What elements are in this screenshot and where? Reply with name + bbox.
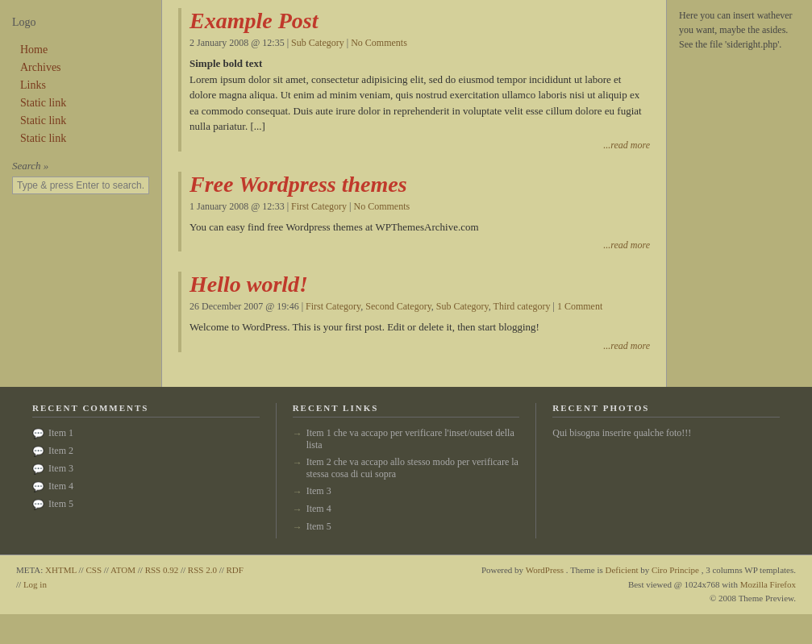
list-item: → Item 4 [293, 503, 520, 516]
post-3-body: Welcome to WordPress. This is your first… [189, 319, 650, 335]
recent-link-2[interactable]: Item 2 che va accapo allo stesso modo pe… [306, 456, 520, 480]
post-2-content: You can easy find free Wordpress themes … [189, 219, 650, 235]
post-1-comments[interactable]: No Comments [351, 37, 407, 48]
post-2-read-more-link[interactable]: ...read more [603, 239, 650, 251]
columns-text: , 3 columns WP templates. [702, 565, 796, 575]
search-input[interactable] [12, 177, 149, 194]
main-area: Logo Home Archives Links Static link [0, 0, 812, 387]
wordpress-link[interactable]: WordPress [526, 565, 564, 575]
footer-widgets: RECENT COMMENTS 💬 Item 1 💬 Item 2 💬 Item… [0, 387, 812, 555]
post-3-read-more: ...read more [189, 340, 650, 352]
post-2-meta: 1 January 2008 @ 12:33 | First Category … [189, 201, 650, 213]
link-arrow-3: → [293, 486, 302, 498]
list-item: 💬 Item 2 [32, 445, 260, 458]
list-item: → Item 2 che va accapo allo stesso modo … [293, 456, 520, 480]
post-3: Hello world! 26 December 2007 @ 19:46 | … [178, 272, 650, 352]
meta-rss20[interactable]: RSS 2.0 [188, 565, 217, 575]
left-sidebar: Logo Home Archives Links Static link [0, 0, 161, 387]
bottom-footer: META: XHTML // CSS // ATOM // RSS 0.92 /… [0, 555, 812, 614]
post-2-body: You can easy find free Wordpress themes … [189, 219, 650, 235]
meta-atom[interactable]: ATOM [110, 565, 135, 575]
recent-link-5[interactable]: Item 5 [306, 521, 331, 533]
recent-link-4[interactable]: Item 4 [306, 503, 331, 515]
list-item: 💬 Item 5 [32, 498, 260, 511]
post-3-cat4[interactable]: Third category [493, 301, 551, 312]
post-3-cat3[interactable]: Sub Category [436, 301, 489, 312]
main-nav: Home Archives Links Static link Static l… [12, 41, 149, 147]
post-3-comments[interactable]: 1 Comment [557, 301, 602, 312]
nav-item-static3[interactable]: Static link [12, 130, 149, 147]
main-content: Example Post 2 January 2008 @ 12:35 | Su… [161, 0, 667, 387]
nav-item-home[interactable]: Home [12, 41, 149, 59]
recent-link-1[interactable]: Item 1 che va accapo per verificare l'in… [306, 427, 520, 451]
login-link[interactable]: Log in [23, 580, 47, 589]
nav-item-static1[interactable]: Static link [12, 94, 149, 112]
list-item: → Item 3 [293, 485, 520, 498]
comment-icon-3: 💬 [32, 463, 44, 476]
nav-link-static1[interactable]: Static link [12, 94, 149, 112]
comment-link-3[interactable]: Item 3 [48, 463, 73, 475]
right-sidebar: Here you can insert wathever you want, m… [667, 0, 812, 387]
post-1-meta: 2 January 2008 @ 12:35 | Sub Category | … [189, 37, 650, 49]
theme-text: . Theme is [566, 565, 603, 575]
recent-link-3[interactable]: Item 3 [306, 485, 331, 497]
post-1-category[interactable]: Sub Category [291, 37, 344, 48]
meta-rss092[interactable]: RSS 0.92 [145, 565, 179, 575]
meta-css[interactable]: CSS [85, 565, 102, 575]
post-1-read-more: ...read more [189, 139, 650, 152]
best-viewed: Best viewed @ 1024x768 with [628, 580, 738, 589]
post-2-date: 1 January 2008 @ 12:33 [189, 201, 285, 212]
meta-xhtml[interactable]: XHTML [45, 565, 77, 575]
nav-link-links[interactable]: Links [12, 77, 149, 94]
photos-placeholder: Qui bisogna inserire qualche foto!!! [552, 427, 780, 439]
nav-link-archives[interactable]: Archives [12, 59, 149, 77]
post-1-title: Example Post [189, 8, 650, 34]
link-arrow-2: → [293, 457, 302, 469]
comment-link-5[interactable]: Item 5 [48, 498, 73, 510]
post-1-read-more-link[interactable]: ...read more [603, 139, 650, 151]
nav-link-home[interactable]: Home [12, 41, 149, 59]
comment-link-2[interactable]: Item 2 [48, 445, 73, 457]
recent-photos-widget: RECENT PHOTOS Qui bisogna inserire qualc… [536, 403, 796, 538]
list-item: 💬 Item 4 [32, 480, 260, 493]
theme-name-link[interactable]: Deficient [606, 565, 639, 575]
footer-right: Powered by WordPress . Theme is Deficien… [481, 563, 796, 606]
post-3-cat2[interactable]: Second Category [365, 301, 431, 312]
comment-link-1[interactable]: Item 1 [48, 427, 73, 439]
firefox-link[interactable]: Mozilla Firefox [740, 580, 796, 589]
meta-rdf[interactable]: RDF [227, 565, 244, 575]
link-arrow-4: → [293, 504, 302, 516]
search-section: Search » [12, 160, 149, 194]
search-label: Search » [12, 160, 48, 172]
meta-label: META: [16, 565, 43, 575]
nav-item-links[interactable]: Links [12, 77, 149, 94]
logo: Logo [12, 8, 149, 29]
nav-item-static2[interactable]: Static link [12, 112, 149, 130]
comment-icon-4: 💬 [32, 481, 44, 493]
recent-comments-widget: RECENT COMMENTS 💬 Item 1 💬 Item 2 💬 Item… [16, 403, 277, 538]
wrapper: Logo Home Archives Links Static link [0, 0, 812, 644]
comment-icon-2: 💬 [32, 446, 44, 458]
post-2-title: Free Wordpress themes [189, 172, 650, 197]
author-link[interactable]: Ciro Principe [652, 565, 699, 575]
post-2: Free Wordpress themes 1 January 2008 @ 1… [178, 172, 650, 252]
recent-comments-title: RECENT COMMENTS [32, 403, 260, 418]
recent-photos-title: RECENT PHOTOS [552, 403, 780, 418]
post-2-comments[interactable]: No Comments [354, 201, 410, 212]
post-3-cat1[interactable]: First Category [306, 301, 360, 312]
powered-by: Powered by [481, 565, 523, 575]
post-2-category[interactable]: First Category [291, 201, 347, 212]
comment-icon-1: 💬 [32, 428, 44, 440]
link-arrow-5: → [293, 521, 302, 534]
link-arrow-1: → [293, 428, 302, 440]
comment-link-4[interactable]: Item 4 [48, 480, 73, 492]
nav-link-static3[interactable]: Static link [12, 130, 149, 147]
post-3-read-more-link[interactable]: ...read more [603, 340, 650, 351]
post-1-bold: Simple bold text [189, 57, 262, 69]
list-item: → Item 1 che va accapo per verificare l'… [293, 427, 520, 451]
post-3-date: 26 December 2007 @ 19:46 [189, 301, 299, 312]
nav-link-static2[interactable]: Static link [12, 112, 149, 130]
post-3-meta: 26 December 2007 @ 19:46 | First Categor… [189, 301, 650, 313]
right-sidebar-text: Here you can insert wathever you want, m… [679, 8, 800, 52]
nav-item-archives[interactable]: Archives [12, 59, 149, 77]
